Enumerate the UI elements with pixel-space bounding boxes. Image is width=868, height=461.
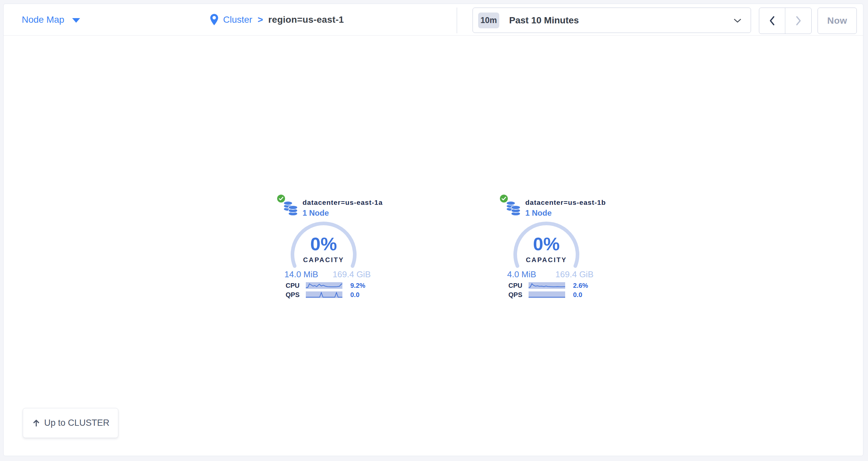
datacenter-node-count: 1 Node [525,208,552,218]
now-button[interactable]: Now [817,7,857,34]
chevron-left-icon [769,15,775,26]
cpu-label: CPU [502,282,522,289]
database-stack-icon [505,200,521,217]
chevron-down-icon [734,19,741,23]
time-range-dropdown[interactable]: 10m Past 10 Minutes [472,7,751,33]
chevron-right-icon [795,15,802,26]
cpu-sparkline [306,282,342,289]
now-button-label: Now [827,15,847,26]
caret-down-icon [72,18,80,23]
cpu-sparkline [529,282,565,289]
datacenter-card[interactable]: datacenter=us-east-1b 1 Node 0% CAPACITY… [497,193,596,299]
time-next-button[interactable] [785,8,811,34]
capacity-used: 14.0 MiB [284,270,318,279]
qps-metric-row: QPS 0.0 [497,291,596,298]
datacenter-title: datacenter=us-east-1b [525,199,606,206]
cpu-value: 9.2% [350,282,366,289]
datacenter-title: datacenter=us-east-1a [303,199,382,206]
cpu-metric-row: CPU 2.6% [497,282,596,289]
time-range-label: Past 10 Minutes [509,15,579,26]
capacity-range: 14.0 MiB 169.4 GiB [284,270,371,279]
qps-value: 0.0 [350,291,360,298]
capacity-total: 169.4 GiB [555,270,593,279]
time-prev-button[interactable] [759,8,785,34]
capacity-label: CAPACITY [510,256,583,264]
view-selector-label: Node Map [22,14,64,25]
breadcrumb-cluster-link[interactable]: Cluster [223,14,252,25]
capacity-label: CAPACITY [287,256,360,264]
capacity-gauge-arc [287,218,360,291]
qps-label: QPS [280,291,300,298]
up-to-cluster-label: Up to CLUSTER [44,418,110,428]
breadcrumb-current: region=us-east-1 [268,14,344,25]
breadcrumb: Cluster > region=us-east-1 [210,4,344,36]
capacity-percent: 0% [510,234,583,254]
capacity-gauge-arc [510,218,583,291]
cpu-metric-row: CPU 9.2% [274,282,373,289]
qps-sparkline [529,291,565,298]
capacity-used: 4.0 MiB [507,270,536,279]
datacenter-node-count: 1 Node [303,208,329,218]
time-range-badge: 10m [478,12,499,28]
location-pin-icon [210,14,218,26]
capacity-range: 4.0 MiB 169.4 GiB [507,270,593,279]
capacity-percent: 0% [287,234,360,254]
qps-label: QPS [502,291,522,298]
map-header: Node Map Cluster > region=us-east-1 10m … [4,4,863,36]
breadcrumb-separator: > [258,14,263,25]
datacenter-card[interactable]: datacenter=us-east-1a 1 Node 0% CAPACITY… [274,193,373,299]
database-stack-icon [283,200,299,217]
up-to-cluster-button[interactable]: Up to CLUSTER [23,408,118,438]
qps-metric-row: QPS 0.0 [274,291,373,298]
capacity-total: 169.4 GiB [333,270,371,279]
qps-sparkline [306,291,342,298]
cpu-value: 2.6% [573,282,588,289]
qps-value: 0.0 [573,291,582,298]
view-selector-dropdown[interactable]: Node Map [22,4,80,36]
header-divider [457,7,457,33]
time-step-buttons [759,7,812,34]
cpu-label: CPU [280,282,300,289]
node-map-panel: Node Map Cluster > region=us-east-1 10m … [3,4,863,456]
arrow-up-icon [32,419,41,428]
